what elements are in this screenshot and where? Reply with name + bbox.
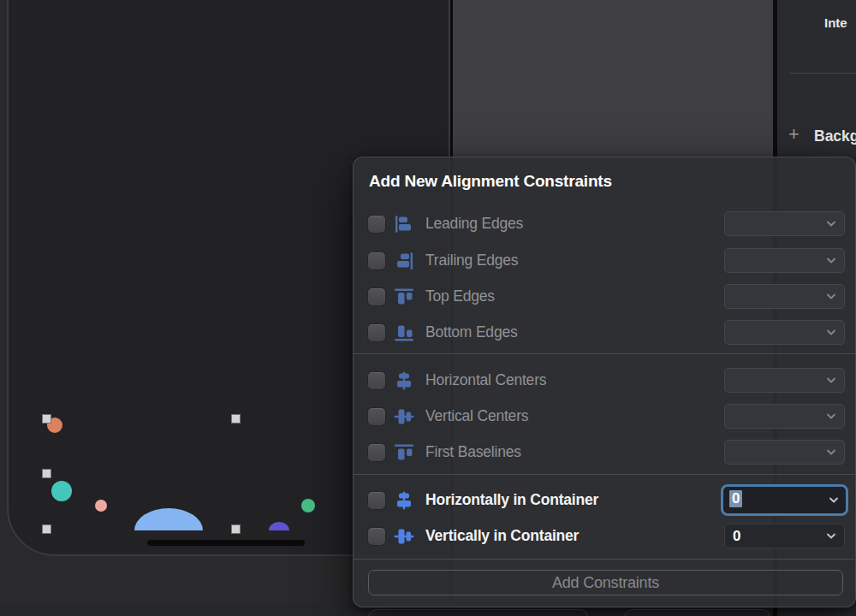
dropdown-bottom-edges[interactable] xyxy=(724,320,845,345)
blue-semicircle[interactable] xyxy=(134,508,203,530)
chevron-down-icon xyxy=(826,258,836,264)
dropdown-leading-edges[interactable] xyxy=(724,211,845,236)
row-leading-edges: Leading Edges xyxy=(354,206,855,242)
dropdown-vertical-centers[interactable] xyxy=(724,404,845,429)
salmon-circle[interactable] xyxy=(95,500,107,512)
dropdown-top-edges[interactable] xyxy=(724,284,845,309)
row-label: First Baselines xyxy=(425,443,521,461)
row-vertically-in-container: Vertically in Container 0 xyxy=(354,518,855,554)
chevron-down-icon xyxy=(826,413,836,420)
selection-handle[interactable] xyxy=(42,414,51,424)
chevron-down-icon xyxy=(826,449,836,456)
leading-edges-icon xyxy=(393,214,415,234)
chevron-down-icon xyxy=(826,329,836,336)
purple-semicircle[interactable] xyxy=(269,522,289,530)
offset-value: 0 xyxy=(733,528,740,545)
row-label: Vertically in Container xyxy=(425,527,579,545)
alignment-constraints-popover: Add New Alignment Constraints Leading Ed… xyxy=(353,157,856,607)
chevron-down-icon xyxy=(826,533,836,540)
checkbox-leading-edges[interactable] xyxy=(368,216,385,233)
green-circle[interactable] xyxy=(301,499,315,512)
row-vertical-centers: Vertical Centers xyxy=(354,399,855,435)
horizontally-in-container-icon xyxy=(393,490,415,511)
home-indicator[interactable] xyxy=(147,540,305,546)
row-label: Top Edges xyxy=(425,287,495,305)
popover-title: Add New Alignment Constraints xyxy=(369,172,612,191)
horizontal-centers-icon xyxy=(393,370,415,391)
popover-divider xyxy=(354,353,855,354)
xcode-window: Inte + Backg Add New Alignment Constrain… xyxy=(0,0,856,616)
offset-combobox-horizontal[interactable]: 0 xyxy=(721,484,848,516)
popover-divider xyxy=(354,474,855,475)
popover-divider xyxy=(354,559,855,560)
top-edges-icon xyxy=(393,287,415,307)
selection-handle[interactable] xyxy=(231,414,241,424)
row-label: Trailing Edges xyxy=(425,252,518,270)
checkbox-horizontal-centers[interactable] xyxy=(368,372,385,389)
selection-handle[interactable] xyxy=(42,524,51,534)
row-first-baselines: First Baselines xyxy=(354,435,855,471)
row-label: Leading Edges xyxy=(425,215,523,233)
checkbox-vertically-in-container[interactable] xyxy=(368,528,385,545)
dropdown-horizontal-centers[interactable] xyxy=(724,368,845,393)
selected-offset-value: 0 xyxy=(729,490,742,507)
chevron-down-icon xyxy=(829,497,839,504)
row-label: Horizontally in Container xyxy=(425,491,598,509)
checkbox-trailing-edges[interactable] xyxy=(368,252,385,270)
offset-combobox-vertical[interactable]: 0 xyxy=(724,524,845,548)
checkbox-vertical-centers[interactable] xyxy=(368,408,385,425)
vertical-centers-icon xyxy=(393,406,415,427)
row-bottom-edges: Bottom Edges xyxy=(354,315,855,351)
row-top-edges: Top Edges xyxy=(354,279,855,315)
vertically-in-container-icon xyxy=(393,526,415,547)
row-label: Bottom Edges xyxy=(425,323,518,341)
dropdown-trailing-edges[interactable] xyxy=(724,248,845,273)
checkbox-bottom-edges[interactable] xyxy=(368,324,385,341)
row-label: Horizontal Centers xyxy=(425,371,546,389)
row-horizontally-in-container: Horizontally in Container 0 xyxy=(354,483,855,518)
chevron-down-icon xyxy=(826,293,836,300)
row-trailing-edges: Trailing Edges xyxy=(354,243,855,279)
first-baselines-icon xyxy=(393,442,415,463)
selection-handle[interactable] xyxy=(231,524,241,534)
chevron-down-icon xyxy=(826,377,836,384)
chevron-down-icon xyxy=(826,221,836,228)
selection-handle[interactable] xyxy=(42,469,51,478)
bottom-edges-icon xyxy=(393,323,415,343)
checkbox-top-edges[interactable] xyxy=(368,288,385,305)
checkbox-first-baselines[interactable] xyxy=(368,444,385,461)
row-label: Vertical Centers xyxy=(425,407,528,425)
row-horizontal-centers: Horizontal Centers xyxy=(354,363,855,399)
add-constraints-button[interactable]: Add Constraints xyxy=(368,570,843,595)
dropdown-first-baselines[interactable] xyxy=(724,440,845,465)
checkbox-horizontally-in-container[interactable] xyxy=(368,492,385,509)
trailing-edges-icon xyxy=(393,251,415,271)
teal-circle[interactable] xyxy=(51,481,72,501)
